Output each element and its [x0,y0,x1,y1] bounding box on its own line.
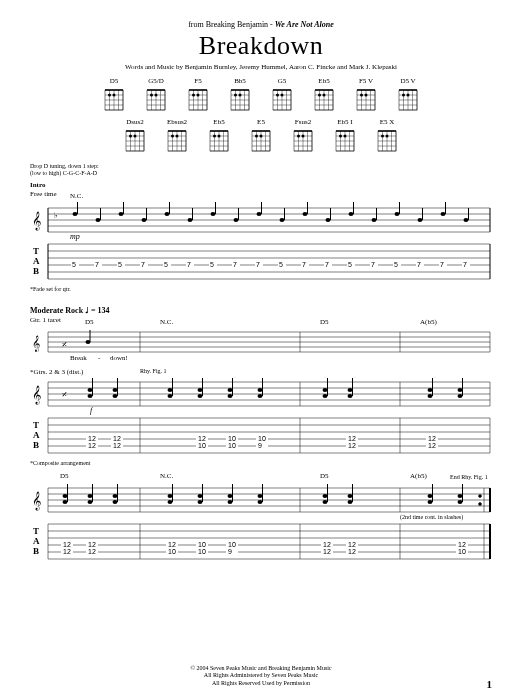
svg-point-308 [198,394,203,398]
svg-point-384 [63,494,68,498]
svg-point-302 [113,394,118,398]
svg-point-71 [323,94,326,97]
svg-point-391 [113,500,118,504]
svg-text:9: 9 [228,548,232,555]
svg-text:5: 5 [72,261,76,268]
svg-point-47 [239,94,242,97]
svg-text:5: 5 [348,261,352,268]
svg-point-11 [113,94,116,97]
footnote-1: *Fade set for qtr. [30,286,492,292]
notation-staff-2b: Rhy. Fig. 1 𝄞 𝄎 f [30,376,492,412]
svg-point-316 [323,388,328,392]
svg-point-323 [428,394,433,398]
svg-point-400 [228,500,233,504]
svg-point-35 [197,94,200,97]
svg-point-155 [302,135,305,138]
chord-diagram: D5 V [394,77,422,112]
svg-point-326 [458,394,463,398]
copyright-l3: All Rights Reserved Used by Permission [0,680,522,688]
svg-point-178 [381,135,384,138]
svg-point-213 [349,212,354,216]
chord-grid [334,127,356,153]
svg-text:9: 9 [258,442,262,449]
svg-text:B: B [33,266,39,276]
song-title: Breakdown [30,31,492,61]
svg-point-203 [234,218,239,222]
svg-text:7: 7 [325,261,329,268]
chord-grid [313,86,335,112]
svg-point-167 [344,135,347,138]
chord-label: D5 [110,77,119,85]
svg-point-388 [88,500,93,504]
svg-point-307 [198,388,203,392]
chord-diagram: Bb5 [226,77,254,112]
svg-point-201 [211,212,216,216]
svg-point-414 [458,494,463,498]
svg-point-199 [188,218,193,222]
chord-grid [292,127,314,153]
svg-text:10: 10 [198,548,206,555]
svg-point-223 [464,218,469,222]
chord-grid [103,86,125,112]
system-2: D5 N.C. D5 A(b5) 𝄞 𝄎 [30,328,492,466]
svg-text:12: 12 [428,435,436,442]
chord-diagram-row-1: D5G5/DF5Bb5G5Eb5F5 VD5 V [30,77,492,112]
svg-text:12: 12 [348,435,356,442]
chord-diagram: F5 [184,77,212,112]
svg-point-189 [73,212,78,216]
chord-diagram: Ebsus2 [163,118,191,153]
svg-point-107 [134,135,137,138]
chord-d5-3: D5 [60,472,69,480]
svg-text:𝄞: 𝄞 [32,491,41,511]
svg-point-325 [458,388,463,392]
tab-staff-3: T A B 1212121212101010109121212121210 [30,520,492,564]
chord-diagram-row-2: Dsus2Ebsus2Eb5E5Fsus2Eb5 IE5 X [30,118,492,153]
svg-point-304 [168,388,173,392]
svg-point-298 [88,388,93,392]
chord-label: G5 [278,77,287,85]
svg-text:7: 7 [463,261,467,268]
chord-d5: D5 [85,318,94,326]
svg-text:7: 7 [141,261,145,268]
chord-label: F5 [194,77,201,85]
chord-label: Fsus2 [295,118,311,126]
system-1: N.C. 𝄞 ♭ mp [30,202,492,292]
credits: Words and Music by Benjamin Burnley, Jer… [30,63,492,71]
svg-text:10: 10 [228,541,236,548]
svg-point-10 [108,94,111,97]
svg-point-322 [428,388,433,392]
svg-text:B: B [33,546,39,556]
tuning-line1: Drop D tuning, down 1 step: [30,163,492,170]
svg-point-382 [479,503,482,506]
system-3: D5 N.C. D5 A(b5) End Rhy. Fig. 1 [30,482,492,564]
chord-diagram: G5 [268,77,296,112]
svg-point-143 [260,135,263,138]
svg-point-130 [213,135,216,138]
chord-label: Dsus2 [126,118,144,126]
chord-label: G5/D [148,77,164,85]
svg-point-34 [192,94,195,97]
tuning-line2: (low to high) C-G-C-F-A-D [30,170,492,177]
svg-text:7: 7 [371,261,375,268]
svg-text:7: 7 [95,261,99,268]
svg-text:10: 10 [198,442,206,449]
svg-text:7: 7 [233,261,237,268]
svg-text:𝄞: 𝄞 [32,335,40,353]
svg-text:12: 12 [88,541,96,548]
svg-text:♭: ♭ [54,211,58,220]
svg-text:B: B [33,440,39,450]
svg-text:5: 5 [210,261,214,268]
svg-text:10: 10 [168,548,176,555]
svg-text:7: 7 [302,261,306,268]
svg-text:5: 5 [394,261,398,268]
svg-point-397 [198,500,203,504]
chord-diagram: Dsus2 [121,118,149,153]
svg-text:12: 12 [63,541,71,548]
svg-point-211 [326,218,331,222]
svg-point-396 [198,494,203,498]
source-line: from Breaking Benjamin - We Are Not Alon… [30,20,492,29]
svg-point-142 [255,135,258,138]
tuning-note: Drop D tuning, down 1 step: (low to high… [30,163,492,177]
copyright-l2: All Rights Administered by Seven Peaks M… [0,672,522,680]
svg-point-387 [88,494,93,498]
